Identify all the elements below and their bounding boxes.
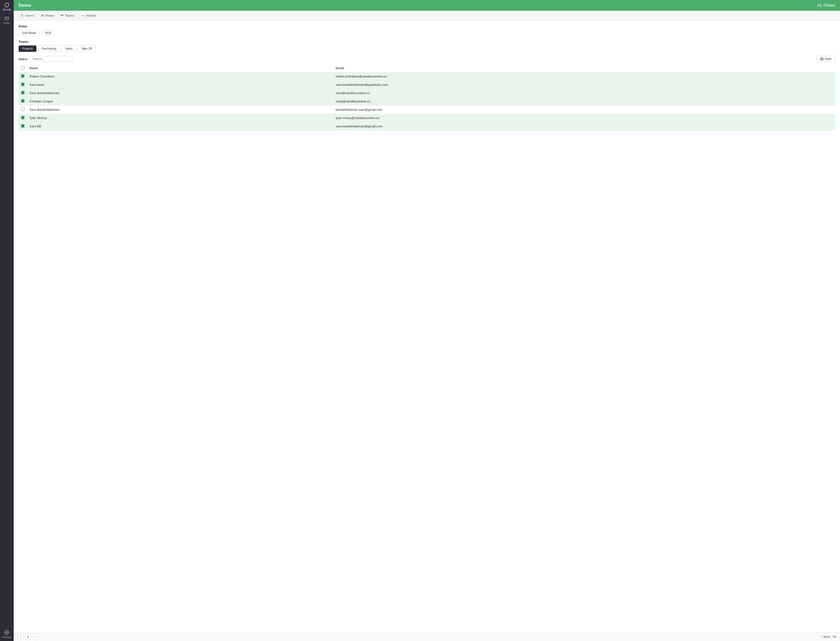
- sidebar-item-settings[interactable]: Settings: [0, 628, 14, 641]
- items-count: 7 items: [821, 635, 830, 639]
- settings-icon: [5, 630, 9, 635]
- user-email-cell: tyler.mckay@sandboxonline.co: [333, 114, 835, 122]
- sidebar-item-label: Security: [2, 8, 11, 11]
- save-button[interactable]: Save: [816, 56, 835, 62]
- svg-rect-5: [61, 15, 61, 16]
- topbar: Demo Hi, Robert: [14, 0, 840, 11]
- save-button-label: Save: [825, 57, 832, 61]
- greeting: Hi, Robert: [817, 3, 835, 8]
- row-checkbox[interactable]: [21, 74, 24, 78]
- invites-icon: [5, 16, 9, 21]
- table-row: Tyler McKaytyler.mckay@sandboxonline.co: [19, 114, 835, 122]
- name-column-header: Name: [27, 64, 333, 72]
- footer-right: 7 items 50: [821, 635, 836, 639]
- search-input[interactable]: [30, 56, 74, 62]
- tab-users[interactable]: Users: [18, 12, 37, 19]
- tab-users-label: Users: [25, 14, 34, 17]
- user-email-cell: coop@sandboxonline.co: [333, 97, 835, 106]
- main-area: Demo Hi, Robert Users Roles Teams A: [14, 0, 840, 641]
- users-section-label: Users: [19, 57, 27, 61]
- row-checkbox-cell: [19, 122, 27, 130]
- table-row: Robert Chambersrobert.chambers@sandboxon…: [19, 72, 835, 81]
- user-email-cell: sara.bandehbahman@paretobiz.com: [333, 81, 835, 89]
- table-row: Sara BBsara.bandehbahman@gmail.com: [19, 122, 835, 130]
- tab-teams-label: Teams: [65, 14, 74, 17]
- table-row: Sara Bandehbahmanbandehbahman.sara@gmail…: [19, 106, 835, 114]
- select-all-checkbox[interactable]: [21, 66, 24, 69]
- tab-roles-label: Roles: [45, 14, 53, 17]
- next-page-button[interactable]: ›: [32, 634, 38, 640]
- sidebar: Security Invites Settings: [0, 0, 14, 641]
- row-checkbox-cell: [19, 72, 27, 81]
- save-icon: [820, 57, 824, 61]
- roles-icon: [41, 14, 44, 17]
- row-checkbox[interactable]: [21, 91, 24, 94]
- sidebar-item-security[interactable]: Security: [0, 0, 14, 13]
- team-purchasing-button[interactable]: Purchasing: [38, 45, 60, 52]
- nav-tabs: Users Roles Teams Actions: [14, 11, 840, 21]
- user-name-cell: Tyler McKay: [27, 114, 333, 122]
- svg-point-1: [6, 632, 8, 633]
- select-all-header: [19, 64, 27, 72]
- users-header: Users Save: [19, 56, 835, 62]
- svg-point-3: [42, 14, 43, 15]
- pagination: ‹ 1 ›: [18, 634, 38, 640]
- team-projects-button[interactable]: Projects: [19, 45, 36, 52]
- row-checkbox-cell: [19, 97, 27, 106]
- sidebar-item-label: Invites: [3, 22, 11, 24]
- row-checkbox[interactable]: [21, 83, 24, 86]
- teams-icon: [60, 14, 64, 17]
- row-checkbox[interactable]: [21, 108, 24, 111]
- row-checkbox[interactable]: [21, 124, 24, 127]
- user-email-cell: sara.bandehbahman@gmail.com: [333, 122, 835, 130]
- svg-rect-6: [62, 15, 63, 16]
- svg-point-4: [43, 14, 44, 15]
- tab-teams[interactable]: Teams: [58, 12, 77, 19]
- sidebar-item-invites[interactable]: Invites: [0, 13, 14, 27]
- tab-actions[interactable]: Actions: [79, 12, 100, 19]
- tab-actions-label: Actions: [86, 14, 97, 17]
- table-row: Sara bandsara.bandehbahman@paretobiz.com: [19, 81, 835, 89]
- teams-section-label: Teams: [19, 40, 835, 43]
- row-checkbox[interactable]: [21, 116, 24, 119]
- teams-buttons: Projects Purchasing Sales Take Off: [19, 45, 835, 52]
- sidebar-bottom: Settings: [0, 628, 14, 641]
- per-page: 50: [833, 635, 836, 639]
- user-name-cell: Sara BB: [27, 122, 333, 130]
- team-sales-button[interactable]: Sales: [61, 45, 76, 52]
- user-icon: [21, 14, 24, 17]
- row-checkbox-cell: [19, 114, 27, 122]
- content-area: Roles God Mode POS Teams Projects Purcha…: [14, 21, 840, 632]
- app-title: Demo: [19, 3, 31, 8]
- user-email-cell: robert.chambers@sandboxonline.co: [333, 72, 835, 81]
- user-name-cell: Sara Bandehbahman: [27, 89, 333, 97]
- table-row: Christian Coopercoop@sandboxonline.co: [19, 97, 835, 106]
- prev-page-button[interactable]: ‹: [18, 634, 24, 640]
- user-name-cell: Sara Bandehbahman: [27, 106, 333, 114]
- current-page: 1: [25, 634, 31, 640]
- row-checkbox-cell: [19, 89, 27, 97]
- user-email-cell: bandehbahman.sara@gmail.com: [333, 106, 835, 114]
- row-checkbox[interactable]: [21, 99, 24, 103]
- row-checkbox-cell: [19, 81, 27, 89]
- actions-icon: [81, 14, 85, 17]
- roles-buttons: God Mode POS: [19, 30, 835, 36]
- row-checkbox-cell: [19, 106, 27, 114]
- table-row: Sara Bandehbahmansara@sandboxonline.co: [19, 89, 835, 97]
- footer: ‹ 1 › 7 items 50: [14, 632, 840, 641]
- user-name-cell: Christian Cooper: [27, 97, 333, 106]
- user-name-cell: Sara band: [27, 81, 333, 89]
- user-name-cell: Robert Chambers: [27, 72, 333, 81]
- tab-roles[interactable]: Roles: [38, 12, 56, 19]
- god-mode-button[interactable]: God Mode: [19, 30, 40, 36]
- pos-button[interactable]: POS: [42, 30, 55, 36]
- svg-rect-7: [63, 15, 64, 16]
- email-column-header: Email: [333, 64, 835, 72]
- svg-point-2: [22, 14, 23, 16]
- shield-icon: [5, 2, 9, 7]
- team-takeoff-button[interactable]: Take Off: [77, 45, 96, 52]
- user-email-cell: sara@sandboxonline.co: [333, 89, 835, 97]
- users-table: Name Email Robert Chambersrobert.chamber…: [19, 64, 835, 130]
- sidebar-settings-label: Settings: [2, 636, 11, 639]
- users-left: Users: [19, 56, 74, 62]
